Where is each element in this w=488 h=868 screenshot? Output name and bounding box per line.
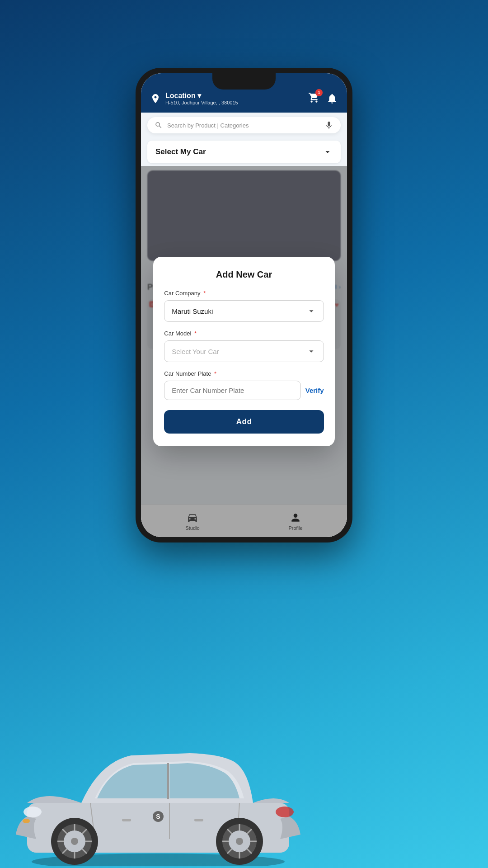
svg-line-29 (247, 829, 252, 834)
svg-line-17 (82, 829, 87, 834)
phone-screen: Location ▾ H-510, Jodhpur Village, , 380… (141, 73, 347, 537)
svg-line-16 (62, 849, 67, 854)
car-company-label: Car Company * (164, 290, 324, 297)
verify-button[interactable]: Verify (305, 387, 324, 394)
car-company-dropdown[interactable]: Maruti Suzuki (164, 300, 324, 322)
svg-point-30 (23, 807, 42, 817)
required-star-2: * (194, 330, 197, 337)
location-pin-icon (150, 93, 161, 104)
cart-wrapper[interactable]: 1 (308, 92, 320, 105)
search-bar[interactable]: Search by Product | Categories (147, 117, 341, 133)
svg-rect-1 (27, 803, 289, 853)
select-car-label: Select My Car (155, 147, 206, 156)
phone-shell: Location ▾ H-510, Jodhpur Village, , 380… (136, 68, 352, 542)
bell-icon[interactable] (326, 93, 338, 104)
svg-line-5 (237, 803, 239, 839)
svg-point-21 (236, 838, 243, 845)
car-number-label: Car Number Plate * (164, 370, 324, 377)
mic-icon[interactable] (324, 121, 333, 130)
chevron-down-icon: ▾ (197, 91, 201, 100)
svg-line-14 (62, 829, 67, 834)
location-text: Location ▾ H-510, Jodhpur Village, , 380… (165, 91, 238, 105)
required-star-3: * (214, 370, 216, 377)
content-area: Products See All › off ♥ off (141, 166, 347, 537)
svg-point-9 (71, 838, 78, 845)
add-button[interactable]: Add (164, 410, 324, 434)
car-company-value: Maruti Suzuki (172, 307, 213, 315)
svg-point-7 (57, 824, 92, 859)
car-model-label: Car Model * (164, 330, 324, 337)
svg-point-8 (64, 830, 85, 852)
notch (212, 73, 276, 90)
svg-line-26 (227, 829, 232, 834)
select-car-bar[interactable]: Select My Car (147, 141, 341, 163)
add-car-modal: Add New Car Car Company * Maruti Suzuki (153, 257, 334, 446)
svg-point-6 (51, 818, 98, 865)
svg-line-15 (82, 849, 87, 854)
svg-point-19 (222, 824, 257, 859)
svg-point-0 (32, 854, 285, 866)
svg-rect-2 (167, 763, 169, 799)
car-number-input[interactable] (164, 381, 300, 400)
cart-badge: 1 (315, 89, 323, 96)
required-star-1: * (203, 290, 206, 297)
number-plate-row: Verify (164, 381, 324, 400)
app-content: Location ▾ H-510, Jodhpur Village, , 380… (141, 73, 347, 537)
car-model-placeholder: Select Your Car (172, 348, 219, 355)
svg-point-31 (276, 807, 294, 817)
svg-point-36 (23, 819, 30, 823)
car-image: S (0, 685, 316, 868)
location-area[interactable]: Location ▾ H-510, Jodhpur Village, , 380… (150, 91, 238, 105)
svg-line-3 (90, 803, 95, 839)
modal-title: Add New Car (164, 269, 324, 280)
svg-point-32 (153, 811, 164, 822)
svg-line-28 (227, 849, 232, 854)
svg-rect-34 (122, 819, 131, 821)
search-icon (155, 121, 163, 129)
location-address: H-510, Jodhpur Village, , 380015 (165, 100, 238, 105)
location-label: Location ▾ (165, 91, 238, 100)
header-icons: 1 (308, 92, 338, 105)
car-model-dropdown[interactable]: Select Your Car (164, 340, 324, 362)
svg-point-18 (216, 818, 263, 865)
chevron-down-icon-model (306, 346, 316, 356)
chevron-down-icon-company (306, 306, 316, 316)
chevron-down-icon (323, 147, 333, 157)
modal-overlay[interactable]: Add New Car Car Company * Maruti Suzuki (141, 166, 347, 537)
svg-text:S: S (156, 813, 160, 820)
svg-line-27 (247, 849, 252, 854)
search-placeholder: Search by Product | Categories (167, 122, 320, 129)
svg-point-20 (229, 830, 250, 852)
svg-rect-35 (194, 819, 203, 821)
